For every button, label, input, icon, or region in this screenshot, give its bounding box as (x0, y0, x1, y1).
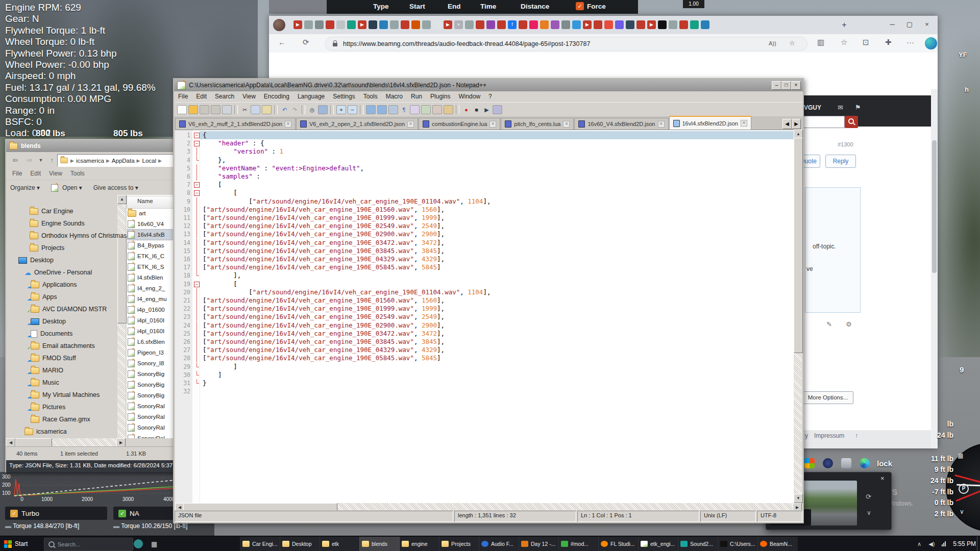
maximize-button[interactable]: ▢ (901, 18, 918, 31)
scrollbar-thumb[interactable] (117, 236, 127, 323)
taskbar-search[interactable]: Search... (44, 538, 133, 551)
tree-item[interactable]: ☁Apps (31, 292, 57, 302)
editor-vertical-scrollbar[interactable]: ▲ ▼ (794, 130, 802, 503)
favicon-tab[interactable]: ▶ (583, 20, 592, 29)
tree-item[interactable]: ✓Email attachments (31, 341, 95, 351)
favicon-tab[interactable] (369, 20, 377, 29)
favicon-tab[interactable] (529, 20, 538, 29)
network-icon[interactable] (942, 541, 946, 546)
address-bar[interactable]: https://www.beamng.com/threads/audio-fee… (325, 37, 807, 51)
column-time[interactable]: Time (480, 3, 496, 10)
favicon-tab[interactable] (594, 20, 602, 29)
eol-format[interactable]: Unix (LF) (700, 511, 756, 522)
extensions-icon[interactable]: ✚ (885, 38, 892, 47)
explorer-titlebar[interactable]: blends (6, 140, 179, 152)
favicon-tab[interactable] (701, 20, 709, 29)
redo-button[interactable]: ↷ (290, 106, 299, 114)
checkbox-icon[interactable]: ✓ (10, 510, 18, 517)
save-macro-button[interactable] (493, 105, 502, 114)
edit-pencil-icon[interactable]: ✎ (826, 320, 832, 328)
code-editor[interactable]: 1{2 "header" : {3 "version" : 14 },5 "ev… (175, 130, 802, 503)
file-row[interactable]: SonoryRal (128, 422, 179, 433)
collections-icon[interactable]: ⊡ (863, 38, 869, 47)
file-row[interactable]: ETK_I6_C (128, 251, 179, 261)
new-tab-button[interactable]: + (839, 19, 850, 31)
cut-button[interactable]: ✂ (240, 106, 249, 114)
app-dark-icon[interactable] (823, 458, 833, 468)
favicon-tab[interactable] (347, 20, 356, 29)
favorites-icon[interactable]: ☆ (841, 38, 847, 47)
show-desktop-button[interactable] (977, 536, 980, 551)
force-checkbox-icon[interactable]: ✓ (576, 2, 584, 10)
favicon-tab[interactable] (519, 20, 527, 29)
tree-item[interactable]: ☁Desktop (31, 316, 66, 327)
sync-h-button[interactable] (377, 105, 387, 114)
taskbar-button[interactable]: #mod... (558, 537, 599, 551)
favicon-tab[interactable] (679, 20, 688, 29)
paste-button[interactable] (262, 105, 272, 114)
word-wrap-button[interactable] (388, 105, 398, 114)
file-row[interactable]: i4pl_0160I (128, 326, 179, 336)
restore-button[interactable]: □ (781, 81, 791, 90)
menu-tools[interactable]: Tools (359, 91, 382, 102)
tree-item[interactable]: icsamerica (24, 427, 67, 437)
favicon-tab[interactable] (411, 20, 420, 29)
npp-tab[interactable]: V6_exh_2_muff_2_1.sfxBlend2D.json× (175, 118, 296, 130)
favicon-tab[interactable] (465, 20, 474, 29)
minimize-button[interactable]: – (772, 81, 781, 90)
menu-edit[interactable]: Edit (192, 91, 211, 102)
history-dropdown-icon[interactable]: ▼ (38, 155, 44, 166)
tab-close-icon[interactable]: × (407, 121, 414, 128)
minimize-button[interactable]: ─ (884, 18, 901, 31)
favicon-tab[interactable]: ▶ (293, 20, 302, 29)
favicon-tab[interactable]: × (454, 20, 463, 29)
file-row[interactable]: 16vI4.sfxB (128, 230, 179, 240)
chevron-down-icon[interactable]: ∨ (867, 509, 871, 516)
open-folder-button[interactable] (188, 105, 198, 114)
people-icon[interactable] (134, 539, 143, 548)
tree-item[interactable]: ☁My Virtual Machines (31, 390, 100, 400)
favicon-tab[interactable] (551, 20, 559, 29)
favicon-tab[interactable] (336, 20, 345, 29)
play-macro-button[interactable]: ▶ (482, 106, 491, 114)
start-button[interactable]: Start (0, 536, 45, 551)
zoom-in-button[interactable]: + (336, 105, 346, 114)
taskbar-button[interactable]: Audio F... (479, 537, 519, 551)
explorer-menu-edit[interactable]: Edit (26, 168, 45, 180)
doc-map-button[interactable] (421, 105, 431, 114)
taskbar-clock[interactable]: 5:55 PM (953, 540, 976, 547)
column-distance[interactable]: Distance (521, 3, 549, 10)
indent-guides-button[interactable] (410, 105, 420, 114)
read-aloud-icon[interactable]: A)) (769, 40, 776, 46)
scroll-up-icon[interactable]: ▲ (117, 195, 127, 204)
function-list-button[interactable] (432, 105, 442, 114)
taskbar-button[interactable]: etk (320, 537, 360, 551)
favorite-star-icon[interactable]: ☆ (789, 39, 795, 47)
close-icon[interactable]: × (880, 474, 885, 482)
forward-icon[interactable]: ⇨ (23, 155, 36, 166)
taskbar-button[interactable]: C:\Users... (718, 537, 758, 551)
file-row[interactable]: SonoryBig (128, 390, 179, 400)
zoom-out-button[interactable]: − (348, 105, 357, 114)
file-row[interactable]: L6.sfxBlen (128, 337, 179, 347)
npp-tab[interactable]: combustionEngine.lua× (419, 118, 500, 130)
scrollbar-thumb[interactable] (794, 138, 803, 353)
tree-item[interactable]: ✓AVC DIAMOND MSTR (31, 304, 107, 314)
checkbox-icon[interactable]: ✓ (118, 510, 126, 517)
task-view-icon[interactable]: ▦ (151, 540, 157, 548)
tree-item[interactable]: Race Game.gmx (31, 414, 90, 424)
stop-macro-button[interactable]: ■ (472, 106, 481, 114)
npp-tab[interactable]: 16vI4.sfxBlend2D.json× (669, 116, 751, 130)
taskbar-button[interactable]: engine (399, 537, 439, 551)
notepadpp-titlebar[interactable]: C:\Users\icsamerica\AppData\Local\BeamNG… (174, 79, 803, 91)
breadcrumb-item[interactable]: Local (142, 158, 157, 164)
favicon-tab[interactable] (379, 20, 388, 29)
column-type[interactable]: Type (373, 3, 389, 10)
favicon-tab[interactable] (540, 20, 549, 29)
url-text[interactable]: https://www.beamng.com/threads/audio-fee… (343, 40, 590, 47)
store-icon[interactable] (804, 458, 815, 468)
tree-item[interactable]: Car Engine (30, 206, 74, 216)
sync-v-button[interactable] (366, 105, 376, 114)
scroll-top-icon[interactable]: ↑ (855, 432, 858, 439)
npp-tab[interactable]: V6_exh_2_open_2_1.sfxBlend2D.json× (296, 118, 418, 130)
